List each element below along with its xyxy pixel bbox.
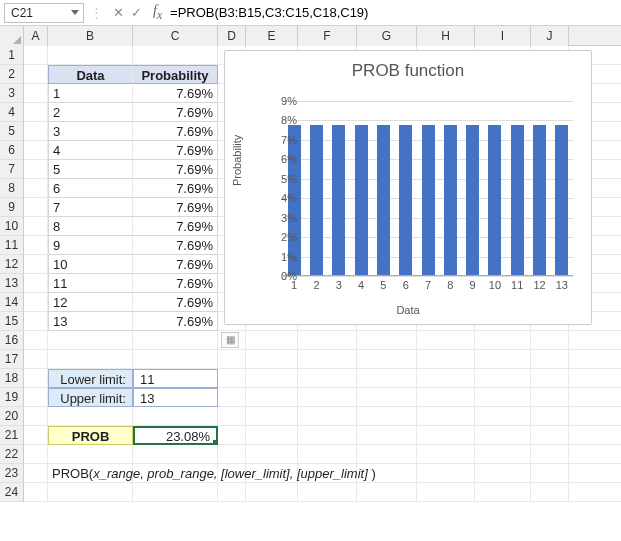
row-header[interactable]: 18 (0, 369, 24, 388)
cell[interactable] (417, 350, 475, 369)
cell[interactable] (531, 331, 569, 350)
cell[interactable] (24, 369, 48, 388)
paste-options-icon[interactable]: ▦ (221, 332, 239, 348)
fx-icon[interactable]: fx (153, 3, 162, 22)
cell[interactable] (48, 350, 133, 369)
cell[interactable] (24, 407, 48, 426)
table-cell-data[interactable]: 2 (48, 103, 133, 122)
table-cell-prob[interactable]: 7.69% (133, 255, 218, 274)
row-header[interactable]: 22 (0, 445, 24, 464)
cell[interactable] (246, 445, 298, 464)
col-header[interactable]: A (24, 26, 48, 46)
cell[interactable] (246, 369, 298, 388)
table-cell-prob[interactable]: 7.69% (133, 103, 218, 122)
table-cell-data[interactable]: 4 (48, 141, 133, 160)
col-header[interactable]: H (417, 26, 475, 46)
table-cell-data[interactable]: 1 (48, 84, 133, 103)
lower-limit-value[interactable]: 11 (133, 369, 218, 388)
cell[interactable] (298, 369, 357, 388)
row-header[interactable]: 1 (0, 46, 24, 65)
cell[interactable] (531, 350, 569, 369)
table-cell-data[interactable]: 3 (48, 122, 133, 141)
cell[interactable] (24, 312, 48, 331)
row-header[interactable]: 12 (0, 255, 24, 274)
table-cell-prob[interactable]: 7.69% (133, 122, 218, 141)
row-header[interactable]: 16 (0, 331, 24, 350)
row-header[interactable]: 23 (0, 464, 24, 483)
cell[interactable] (417, 331, 475, 350)
cell[interactable] (24, 274, 48, 293)
row-header[interactable]: 6 (0, 141, 24, 160)
table-cell-prob[interactable]: 7.69% (133, 84, 218, 103)
table-cell-data[interactable]: 5 (48, 160, 133, 179)
cell[interactable] (475, 464, 531, 483)
row-header[interactable]: 7 (0, 160, 24, 179)
chart[interactable]: PROB function Probability Data 0%1%2%3%4… (224, 50, 592, 325)
cell[interactable] (357, 445, 417, 464)
row-header[interactable]: 5 (0, 122, 24, 141)
cell[interactable] (298, 350, 357, 369)
cell[interactable] (417, 407, 475, 426)
cell[interactable] (357, 407, 417, 426)
cell[interactable] (24, 331, 48, 350)
cell[interactable] (417, 369, 475, 388)
table-header-data[interactable]: Data (48, 65, 133, 84)
cell[interactable] (357, 350, 417, 369)
cell[interactable] (218, 445, 246, 464)
table-cell-prob[interactable]: 7.69% (133, 217, 218, 236)
cell[interactable] (24, 255, 48, 274)
cell[interactable] (24, 103, 48, 122)
cell[interactable] (246, 331, 298, 350)
table-cell-prob[interactable]: 7.69% (133, 293, 218, 312)
cell[interactable] (475, 445, 531, 464)
cell[interactable] (475, 369, 531, 388)
select-all-corner[interactable] (0, 26, 24, 46)
cell[interactable] (417, 483, 475, 502)
row-header[interactable]: 24 (0, 483, 24, 502)
col-header[interactable]: C (133, 26, 218, 46)
table-cell-data[interactable]: 13 (48, 312, 133, 331)
cell[interactable] (218, 388, 246, 407)
name-box[interactable]: C21 (4, 3, 84, 23)
cell[interactable] (246, 388, 298, 407)
row-header[interactable]: 8 (0, 179, 24, 198)
cell[interactable] (531, 407, 569, 426)
cell[interactable] (475, 407, 531, 426)
cell[interactable] (133, 445, 218, 464)
cell[interactable] (531, 445, 569, 464)
cell[interactable] (417, 426, 475, 445)
row-header[interactable]: 11 (0, 236, 24, 255)
cell[interactable] (417, 388, 475, 407)
cell[interactable] (531, 369, 569, 388)
cell[interactable] (24, 483, 48, 502)
cell[interactable] (417, 464, 475, 483)
cell[interactable] (218, 369, 246, 388)
col-header[interactable]: E (246, 26, 298, 46)
row-header[interactable]: 10 (0, 217, 24, 236)
cell[interactable] (24, 160, 48, 179)
table-cell-prob[interactable]: 7.69% (133, 274, 218, 293)
row-header[interactable]: 15 (0, 312, 24, 331)
table-cell-data[interactable]: 10 (48, 255, 133, 274)
cell[interactable] (24, 198, 48, 217)
col-header[interactable]: I (475, 26, 531, 46)
cell[interactable] (357, 426, 417, 445)
cell[interactable] (218, 407, 246, 426)
cell[interactable] (357, 369, 417, 388)
row-header[interactable]: 4 (0, 103, 24, 122)
cell[interactable] (246, 350, 298, 369)
table-cell-prob[interactable]: 7.69% (133, 160, 218, 179)
col-header[interactable]: D (218, 26, 246, 46)
cell[interactable] (531, 388, 569, 407)
cell[interactable] (218, 350, 246, 369)
table-cell-prob[interactable]: 7.69% (133, 179, 218, 198)
row-header[interactable]: 13 (0, 274, 24, 293)
table-cell-data[interactable]: 6 (48, 179, 133, 198)
row-header[interactable]: 20 (0, 407, 24, 426)
cell[interactable] (357, 388, 417, 407)
cell[interactable] (531, 426, 569, 445)
cell[interactable] (24, 236, 48, 255)
col-header[interactable]: J (531, 26, 569, 46)
cell[interactable] (24, 293, 48, 312)
cell[interactable] (531, 483, 569, 502)
